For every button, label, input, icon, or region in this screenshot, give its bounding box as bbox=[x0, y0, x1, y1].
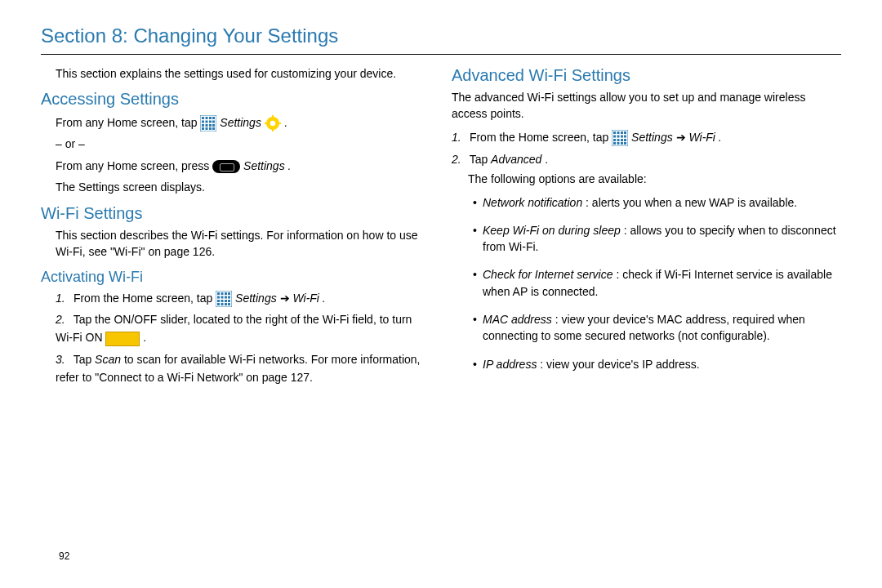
activating-step-2: 2. Tap the ON/OFF slider, located to the… bbox=[56, 310, 430, 347]
step-number-3: 3. bbox=[56, 350, 70, 368]
apps-grid-icon bbox=[612, 130, 628, 146]
arrow-icon: ➔ bbox=[280, 292, 290, 305]
step3-text-a: Tap bbox=[74, 353, 95, 366]
menu-button-icon bbox=[212, 160, 240, 173]
adv-step1-wifi: Wi-Fi . bbox=[688, 131, 721, 144]
heading-advanced-wifi: Advanced Wi-Fi Settings bbox=[452, 66, 841, 85]
svg-rect-42 bbox=[617, 131, 620, 134]
svg-rect-12 bbox=[212, 124, 215, 127]
svg-rect-50 bbox=[617, 139, 620, 141]
text-from-home-tap: From any Home screen, tap bbox=[56, 116, 200, 129]
svg-rect-20 bbox=[272, 128, 274, 131]
advanced-following: The following options are available: bbox=[468, 172, 841, 188]
connect-wifi-crossref-link[interactable]: "Connect to a Wi-Fi Network" bbox=[95, 371, 243, 384]
svg-rect-27 bbox=[228, 292, 230, 295]
svg-rect-39 bbox=[228, 303, 230, 305]
wifi-settings-body: This section describes the Wi-Fi setting… bbox=[56, 228, 430, 260]
svg-rect-21 bbox=[265, 122, 268, 124]
on-off-switch-icon bbox=[105, 332, 140, 346]
svg-rect-14 bbox=[206, 127, 208, 130]
adv-step1-settings: Settings bbox=[631, 131, 675, 144]
svg-rect-13 bbox=[202, 127, 204, 130]
step2-text-b: . bbox=[143, 331, 146, 344]
adv-step2-a: Tap bbox=[470, 153, 491, 166]
svg-rect-52 bbox=[624, 139, 626, 141]
svg-rect-46 bbox=[617, 136, 620, 138]
svg-rect-49 bbox=[613, 139, 616, 141]
svg-rect-32 bbox=[217, 300, 220, 302]
adv-step2-b: . bbox=[545, 153, 548, 166]
heading-wifi-settings: Wi-Fi Settings bbox=[41, 204, 430, 223]
accessing-or: – or – bbox=[56, 135, 430, 153]
text-settings-press: Settings . bbox=[243, 159, 291, 172]
svg-rect-30 bbox=[225, 296, 227, 298]
heading-accessing-settings: Accessing Settings bbox=[41, 90, 430, 109]
settings-gear-icon bbox=[265, 115, 281, 131]
accessing-line-2: From any Home screen, press Settings . bbox=[56, 157, 430, 175]
svg-rect-19 bbox=[272, 115, 274, 118]
page-number: 92 bbox=[59, 550, 69, 562]
svg-rect-25 bbox=[221, 292, 224, 295]
svg-rect-15 bbox=[209, 127, 212, 130]
option-keep-wifi-sleep: Keep Wi-Fi on during sleep : allows you … bbox=[473, 222, 841, 256]
option-check-internet: Check for Internet service : check if Wi… bbox=[473, 266, 841, 300]
svg-rect-34 bbox=[225, 300, 227, 302]
option-network-notification: Network notification : alerts you when a… bbox=[473, 194, 841, 211]
svg-rect-35 bbox=[228, 300, 230, 302]
title-rule bbox=[41, 54, 841, 55]
svg-rect-4 bbox=[212, 117, 215, 119]
period: . bbox=[284, 116, 287, 129]
option-term: Network notification bbox=[483, 196, 582, 209]
option-term: IP address bbox=[483, 358, 537, 371]
step3-scan: Scan bbox=[95, 353, 121, 366]
svg-rect-33 bbox=[221, 300, 224, 302]
svg-rect-16 bbox=[212, 127, 215, 130]
svg-rect-56 bbox=[624, 142, 626, 145]
svg-rect-44 bbox=[624, 131, 626, 134]
svg-rect-22 bbox=[278, 122, 281, 124]
option-mac-address: MAC address : view your device's MAC add… bbox=[473, 311, 841, 345]
accessing-result: The Settings screen displays. bbox=[56, 178, 430, 196]
wifi-crossref-link[interactable]: "Wi-Fi" bbox=[110, 245, 145, 258]
svg-rect-51 bbox=[621, 139, 623, 141]
svg-rect-54 bbox=[617, 142, 620, 145]
option-term: Check for Internet service bbox=[483, 268, 613, 281]
svg-point-18 bbox=[270, 121, 275, 126]
option-term: MAC address bbox=[483, 313, 552, 326]
adv-step1-a: From the Home screen, tap bbox=[470, 131, 612, 144]
svg-rect-1 bbox=[202, 117, 204, 119]
arrow-icon: ➔ bbox=[676, 131, 686, 144]
svg-rect-2 bbox=[206, 117, 208, 119]
svg-rect-48 bbox=[624, 136, 626, 138]
advanced-step-1: 1. From the Home screen, tap Settings ➔ … bbox=[452, 128, 841, 146]
svg-rect-37 bbox=[221, 303, 224, 305]
svg-rect-10 bbox=[206, 124, 208, 127]
svg-rect-45 bbox=[613, 136, 616, 138]
wifi-body-b: on page 126. bbox=[148, 245, 215, 258]
svg-rect-8 bbox=[212, 121, 215, 123]
apps-grid-icon bbox=[216, 291, 232, 307]
svg-rect-41 bbox=[613, 131, 616, 134]
adv-step-number-2: 2. bbox=[452, 150, 466, 168]
step-number-2: 2. bbox=[56, 310, 70, 328]
step1-wifi: Wi-Fi . bbox=[292, 292, 325, 305]
option-term: Keep Wi-Fi on during sleep bbox=[483, 224, 621, 237]
advanced-intro: The advanced Wi-Fi settings allow you to… bbox=[452, 90, 841, 122]
svg-rect-53 bbox=[613, 142, 616, 145]
svg-rect-47 bbox=[621, 136, 623, 138]
left-column: This section explains the settings used … bbox=[41, 66, 430, 390]
svg-rect-5 bbox=[202, 121, 204, 123]
step-number-1: 1. bbox=[56, 289, 70, 307]
adv-step2-advanced: Advanced bbox=[491, 153, 541, 166]
option-desc: : view your device's IP address. bbox=[540, 358, 699, 371]
activating-step-3: 3. Tap Scan to scan for available Wi-Fi … bbox=[56, 350, 430, 387]
svg-rect-26 bbox=[225, 292, 227, 295]
advanced-options-list: Network notification : alerts you when a… bbox=[466, 194, 841, 372]
svg-rect-6 bbox=[206, 121, 208, 123]
option-desc: : alerts you when a new WAP is available… bbox=[586, 196, 797, 209]
svg-rect-38 bbox=[225, 303, 227, 305]
svg-rect-7 bbox=[209, 121, 212, 123]
svg-rect-24 bbox=[217, 292, 220, 295]
svg-rect-3 bbox=[209, 117, 212, 119]
text-from-home-press: From any Home screen, press bbox=[56, 159, 212, 172]
